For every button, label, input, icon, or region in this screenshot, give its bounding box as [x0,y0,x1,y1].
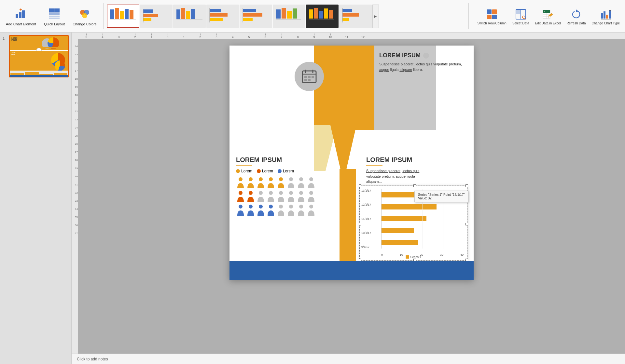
slide-preview-1[interactable]: LOREMIPSUM LOREMIPSUM [9,35,69,77]
person-icon-gray [276,190,285,202]
canvas-area[interactable]: lectus quis vulputate pretium, augue lig… [78,39,625,354]
ruler-mark: 3 [208,34,225,39]
svg-rect-78 [304,76,307,78]
right-text-u1: Suspendisse placerat [366,169,400,173]
chart-thumb-7[interactable] [306,5,339,28]
chart-bar-3 [381,216,426,221]
chart-thumb-1[interactable] [107,5,139,28]
chart-thumb-2[interactable] [140,5,173,28]
right-top-text-underline1: Suspendisse placerat [379,62,413,66]
svg-rect-0 [16,14,18,18]
svg-rect-24 [181,8,185,19]
chart-legend-area: Lorem Lorem Lorem [236,169,340,173]
right-bottom-section: LOREM IPSUM Suspendisse placerat, lectus… [366,156,467,186]
svg-rect-38 [287,11,292,19]
chart-thumb-3[interactable] [173,5,206,28]
chart-thumb-8[interactable] [339,5,372,28]
slide-panel: 1 LOREMIPSUM [0,33,72,364]
notes-bar[interactable]: Click to add notes [72,354,625,364]
ruler-mark: 5 [241,34,257,39]
svg-rect-47 [342,9,352,12]
quick-layout-button[interactable]: Quick Layout [41,2,68,31]
ruler-mark: 1 [176,34,192,39]
chart-thumb-5[interactable] [240,5,272,28]
person-icon-red [236,190,245,202]
slide-thumb-1: 1 LOREMIPSUM [3,35,69,77]
svg-point-96 [289,191,293,195]
ruler-mark: 3 [111,34,127,39]
person-icon-blue [266,204,275,216]
chart-bar-2 [381,204,437,209]
svg-rect-21 [143,18,151,21]
notes-placeholder: Click to add notes [77,357,108,361]
person-icon-gold [266,177,275,188]
ruler-left-mark: 22 [72,107,78,115]
refresh-data-button[interactable]: Refresh Data [564,2,589,31]
right-text-u3: vulputate pretium [366,174,394,178]
ruler-left-mark: 17 [72,67,78,75]
bar-chart[interactable]: 13/1/17 12/1/17 11/1/17 10/1/17 9/1/17 [360,185,467,260]
svg-rect-80 [312,76,314,78]
add-chart-element-label: Add Chart Element [6,22,36,26]
legend-label-2: Lorem [262,169,273,173]
people-row-3 [236,204,340,216]
chart-tooltip: Series "Series 1" Point "13/1/17" Value:… [414,191,468,202]
svg-point-88 [289,177,293,181]
change-colors-button[interactable]: Change Colors [69,2,100,31]
svg-rect-53 [487,15,492,19]
ruler-left-mark: 29 [72,164,78,172]
svg-point-99 [239,205,243,209]
change-colors-label: Change Colors [73,22,96,26]
person-icon-gray [307,190,316,202]
refresh-data-label: Refresh Data [567,21,586,25]
svg-rect-41 [309,9,313,19]
grid-line-0 [381,189,382,249]
change-chart-type-button[interactable]: Change Chart Type [589,2,622,31]
right-title-area: LOREM IPSUM [379,52,470,59]
svg-rect-79 [308,76,311,78]
calendar-icon-svg [301,68,317,85]
ruler-mark: 12 [355,34,371,39]
chart-thumb-4[interactable] [206,5,239,28]
svg-rect-20 [143,14,158,17]
chart-thumb-next-arrow[interactable]: ► [372,5,379,28]
svg-point-12 [82,13,87,18]
switch-row-column-button[interactable]: Switch Row/Column [475,2,509,31]
ruler-left-mark: 31 [72,181,78,189]
svg-point-84 [249,177,253,181]
x-label-10: 10 [400,253,403,256]
left-section-title: LOREM IPSUM [236,156,340,164]
svg-point-105 [299,205,303,209]
chart-series-legend: Series 1 [406,255,421,259]
chart-bar-4 [381,228,414,233]
select-data-button[interactable]: Select Data [510,2,532,31]
chart-thumb-6[interactable] [273,5,305,28]
ruler-left-mark: 26 [72,140,78,148]
svg-rect-29 [210,13,228,17]
svg-point-98 [309,191,313,195]
svg-rect-16 [125,9,129,19]
ruler-left-mark: 24 [72,124,78,132]
ruler-left-mark: 23 [72,115,78,124]
right-info-top: LOREM IPSUM Suspendisse placerat, lectus… [379,52,470,72]
svg-rect-25 [186,11,190,19]
change-chart-type-icon [600,7,612,21]
edit-data-in-excel-button[interactable]: X Edit Data in Excel [533,2,563,31]
add-chart-element-button[interactable]: Add Chart Element [3,2,39,31]
tooltip-value: Value: 32 [418,196,465,200]
legend-label-1: Lorem [241,169,252,173]
ruler-left-mark: 33 [72,197,78,205]
main-area: 1 LOREMIPSUM [0,33,625,364]
slide-canvas[interactable]: lectus quis vulputate pretium, augue lig… [229,46,474,280]
toolbar: Add Chart Element Quick Layout Change Co… [0,0,625,33]
person-icon-gray [297,204,306,216]
svg-rect-1 [19,12,21,18]
person-icon-blue [236,204,245,216]
editor-area: 5 4 3 2 1 0 1 2 3 4 5 6 7 8 9 10 11 12 [72,33,625,364]
ruler-left-mark: 16 [72,59,78,67]
right-top-text-underline4: aliquam [399,68,412,72]
ruler-mark: 6 [257,34,273,39]
svg-rect-14 [115,8,119,19]
legend-label-3: Lorem [283,169,294,173]
person-icon-gray [286,204,296,216]
